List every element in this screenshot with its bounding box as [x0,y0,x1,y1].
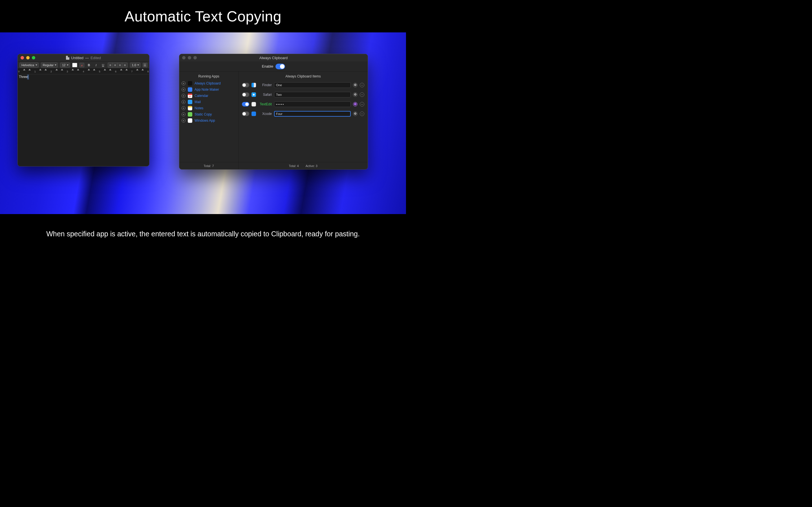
app-icon [188,118,192,123]
clipboard-item-input[interactable]: ••••• [274,101,351,107]
ruler-mark: 7 [131,70,133,73]
line-spacing-value: 1.0 [132,63,136,67]
add-app-button[interactable]: + [182,106,186,110]
align-right-icon[interactable]: ≡ [117,63,122,67]
align-justify-icon[interactable]: ≡ [122,63,127,67]
item-remove-button[interactable]: − [360,83,364,87]
ruler-tab-stop-icon[interactable] [142,69,144,70]
window-title-text: Always Clipboard [259,56,288,60]
clipboard-item-row: FinderOne🅐− [242,82,364,88]
add-app-button[interactable]: + [182,94,186,98]
styles-button[interactable]: a [80,63,84,67]
running-app-row: +17Calendar [182,94,236,98]
running-apps-header: Running Apps [179,71,238,81]
textedit-ruler[interactable]: 012345678 [18,69,149,74]
align-left-icon[interactable]: ≡ [108,63,113,67]
ruler-tab-stop-icon[interactable] [45,69,47,70]
item-remove-button[interactable]: − [360,112,364,116]
app-icon [188,87,192,92]
app-icon [252,93,256,97]
align-center-icon[interactable]: ≡ [113,63,117,67]
ruler-tab-stop-icon[interactable] [109,69,111,70]
clipboard-item-input[interactable]: One [274,82,351,88]
running-app-name[interactable]: Notes [195,106,203,110]
add-app-button[interactable]: + [182,81,186,86]
document-status: Edited [91,56,101,60]
item-auto-button[interactable]: 🅐 [353,102,357,107]
enable-row: Enable [179,61,368,71]
running-app-name[interactable]: Static Copy [195,112,212,116]
ruler-tab-stop-icon[interactable] [104,69,106,70]
ruler-tab-stop-icon[interactable] [23,69,26,70]
list-style-button[interactable]: ☰ [143,63,147,67]
ruler-tab-stop-icon[interactable] [136,69,139,70]
running-app-name[interactable]: Windows App [195,119,215,122]
item-auto-button[interactable]: 🅐 [353,112,357,116]
item-enable-toggle[interactable] [242,93,249,97]
add-app-button[interactable]: + [182,112,186,116]
ruler-mark: 0 [18,70,19,73]
font-family-select[interactable]: Helvetica [19,62,39,68]
item-enable-toggle[interactable] [242,102,249,107]
ruler-tab-stop-icon[interactable] [39,69,42,70]
clipboard-footer: Total: 7 Total: 4 Active: 3 [179,162,368,169]
clipboard-item-appname: TextEdit [258,102,272,106]
running-apps-pane: Running Apps +Always Clipboard+App Note … [179,71,239,162]
items-total-label: Total: [289,164,296,168]
text-color-swatch[interactable] [72,63,77,67]
running-app-row: +Mail [182,100,236,104]
running-app-row: +Static Copy [182,112,236,117]
clipboard-item-appname: Finder [258,83,272,87]
ruler-tab-stop-icon[interactable] [71,69,74,70]
ruler-tab-stop-icon[interactable] [77,69,79,70]
item-remove-button[interactable]: − [360,93,364,97]
footer-caption: When specified app is active, the entere… [46,230,360,238]
textedit-document-body[interactable]: Three [18,74,149,166]
running-app-row: +Always Clipboard [182,81,236,86]
line-spacing-select[interactable]: 1.0 [130,62,140,68]
ruler-tab-stop-icon[interactable] [61,69,63,70]
font-family-value: Helvetica [21,63,34,67]
app-icon: 17 [188,94,192,98]
ruler-tab-stop-icon[interactable] [125,69,128,70]
running-total-value: 7 [212,164,214,168]
running-app-name[interactable]: Calendar [195,94,208,98]
ruler-tab-stop-icon[interactable] [88,69,90,70]
font-style-select[interactable]: Regular [41,62,58,68]
ruler-tab-stop-icon[interactable] [56,69,58,70]
item-enable-toggle[interactable] [242,112,249,116]
ruler-tab-stop-icon[interactable] [120,69,122,70]
textedit-titlebar[interactable]: Untitled — Edited [18,54,149,61]
add-app-button[interactable]: + [182,88,186,92]
item-auto-button[interactable]: 🅐 [353,93,357,97]
font-style-value: Regular [43,63,54,67]
ruler-tab-stop-icon[interactable] [29,69,31,70]
clipboard-item-appname: Safari [258,93,272,97]
clipboard-items-pane: Always Clipboard Items FinderOne🅐−Safari… [239,71,368,162]
item-remove-button[interactable]: − [360,102,364,107]
font-size-select[interactable]: 12 [60,62,70,68]
items-total-value: 4 [297,164,299,168]
item-auto-button[interactable]: 🅐 [353,83,357,87]
running-app-name[interactable]: Mail [195,100,201,104]
running-app-name[interactable]: Always Clipboard [195,81,221,86]
running-app-name[interactable]: App Note Maker [195,88,219,92]
enable-toggle[interactable] [275,64,285,69]
ruler-mark: 3 [66,70,68,73]
textedit-window: Untitled — Edited Helvetica Regular 12 a… [17,54,149,166]
ruler-mark: 5 [99,70,100,73]
item-enable-toggle[interactable] [242,83,249,87]
window-title: Untitled — Edited [18,56,149,60]
add-app-button[interactable]: + [182,100,186,104]
italic-button[interactable]: I [94,63,98,67]
running-app-row: +Notes [182,106,236,110]
desktop-wallpaper: Untitled — Edited Helvetica Regular 12 a… [0,33,406,214]
bold-button[interactable]: B [87,63,91,67]
clipboard-item-input[interactable]: Four [274,111,351,117]
underline-button[interactable]: U [101,63,105,67]
add-app-button[interactable]: + [182,119,186,122]
clipboard-item-input[interactable]: Two [274,92,351,98]
clipboard-titlebar[interactable]: Always Clipboard [179,54,368,61]
ruler-tab-stop-icon[interactable] [93,69,95,70]
app-icon [188,106,192,110]
